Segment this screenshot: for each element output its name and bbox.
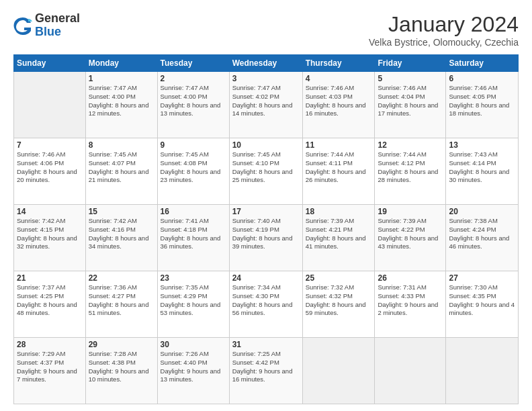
day-number: 29: [89, 340, 154, 349]
calendar-cell: 19Sunrise: 7:39 AM Sunset: 4:22 PM Dayli…: [375, 205, 446, 271]
calendar-cell: 20Sunrise: 7:38 AM Sunset: 4:24 PM Dayli…: [446, 205, 519, 271]
day-number: 27: [449, 273, 515, 283]
day-info: Sunrise: 7:28 AM Sunset: 4:38 PM Dayligh…: [89, 350, 154, 384]
day-info: Sunrise: 7:36 AM Sunset: 4:27 PM Dayligh…: [89, 283, 154, 318]
page: General Blue January 2024 Velka Bystrice…: [0, 0, 532, 411]
calendar-cell: 18Sunrise: 7:39 AM Sunset: 4:21 PM Dayli…: [302, 205, 375, 271]
day-info: Sunrise: 7:46 AM Sunset: 4:06 PM Dayligh…: [17, 150, 83, 185]
day-info: Sunrise: 7:32 AM Sunset: 4:32 PM Dayligh…: [306, 283, 372, 318]
day-info: Sunrise: 7:44 AM Sunset: 4:12 PM Dayligh…: [378, 150, 443, 185]
logo-icon: [13, 16, 32, 35]
calendar-cell: 13Sunrise: 7:43 AM Sunset: 4:14 PM Dayli…: [446, 138, 519, 205]
day-info: Sunrise: 7:47 AM Sunset: 4:00 PM Dayligh…: [161, 84, 226, 118]
day-number: 17: [232, 207, 300, 216]
day-info: Sunrise: 7:47 AM Sunset: 4:00 PM Dayligh…: [89, 84, 154, 118]
day-info: Sunrise: 7:25 AM Sunset: 4:42 PM Dayligh…: [232, 350, 300, 384]
week-row-2: 7Sunrise: 7:46 AM Sunset: 4:06 PM Daylig…: [14, 138, 519, 205]
calendar-cell: [14, 72, 86, 138]
calendar-cell: 5Sunrise: 7:46 AM Sunset: 4:04 PM Daylig…: [375, 72, 446, 138]
calendar-cell: 25Sunrise: 7:32 AM Sunset: 4:32 PM Dayli…: [302, 271, 375, 338]
weekday-header-sunday: Sunday: [14, 55, 86, 72]
calendar-cell: 7Sunrise: 7:46 AM Sunset: 4:06 PM Daylig…: [14, 138, 86, 205]
calendar-cell: 8Sunrise: 7:45 AM Sunset: 4:07 PM Daylig…: [85, 138, 157, 205]
day-info: Sunrise: 7:31 AM Sunset: 4:33 PM Dayligh…: [378, 283, 443, 318]
day-number: 7: [17, 140, 83, 150]
title-area: January 2024 Velka Bystrice, Olomoucky, …: [369, 12, 519, 48]
calendar-cell: 27Sunrise: 7:30 AM Sunset: 4:35 PM Dayli…: [446, 271, 519, 338]
day-info: Sunrise: 7:46 AM Sunset: 4:05 PM Dayligh…: [449, 84, 515, 118]
calendar-cell: 15Sunrise: 7:42 AM Sunset: 4:16 PM Dayli…: [85, 205, 157, 271]
logo-text: General Blue: [35, 12, 80, 39]
day-number: 16: [161, 207, 226, 216]
day-info: Sunrise: 7:44 AM Sunset: 4:11 PM Dayligh…: [306, 150, 372, 185]
week-row-5: 28Sunrise: 7:29 AM Sunset: 4:37 PM Dayli…: [14, 338, 519, 404]
calendar-cell: [302, 338, 375, 404]
day-number: 23: [161, 273, 226, 283]
day-number: 25: [306, 273, 372, 283]
calendar-cell: 21Sunrise: 7:37 AM Sunset: 4:25 PM Dayli…: [14, 271, 86, 338]
day-info: Sunrise: 7:26 AM Sunset: 4:40 PM Dayligh…: [161, 350, 226, 384]
day-info: Sunrise: 7:39 AM Sunset: 4:21 PM Dayligh…: [306, 217, 372, 251]
day-number: 18: [306, 207, 372, 216]
day-number: 6: [449, 74, 515, 83]
logo-blue: Blue: [35, 26, 80, 39]
day-info: Sunrise: 7:47 AM Sunset: 4:02 PM Dayligh…: [232, 84, 300, 118]
day-number: 11: [306, 140, 372, 150]
calendar-cell: 14Sunrise: 7:42 AM Sunset: 4:15 PM Dayli…: [14, 205, 86, 271]
calendar-cell: [446, 338, 519, 404]
calendar-cell: 12Sunrise: 7:44 AM Sunset: 4:12 PM Dayli…: [375, 138, 446, 205]
week-row-3: 14Sunrise: 7:42 AM Sunset: 4:15 PM Dayli…: [14, 205, 519, 271]
week-row-4: 21Sunrise: 7:37 AM Sunset: 4:25 PM Dayli…: [14, 271, 519, 338]
calendar-cell: 9Sunrise: 7:45 AM Sunset: 4:08 PM Daylig…: [157, 138, 229, 205]
day-number: 31: [232, 340, 300, 349]
day-info: Sunrise: 7:34 AM Sunset: 4:30 PM Dayligh…: [232, 283, 300, 318]
day-info: Sunrise: 7:45 AM Sunset: 4:07 PM Dayligh…: [89, 150, 154, 185]
day-info: Sunrise: 7:29 AM Sunset: 4:37 PM Dayligh…: [17, 350, 83, 384]
calendar-cell: 6Sunrise: 7:46 AM Sunset: 4:05 PM Daylig…: [446, 72, 519, 138]
weekday-header-tuesday: Tuesday: [157, 55, 229, 72]
calendar-cell: 10Sunrise: 7:45 AM Sunset: 4:10 PM Dayli…: [229, 138, 302, 205]
day-info: Sunrise: 7:45 AM Sunset: 4:10 PM Dayligh…: [232, 150, 300, 185]
calendar-cell: 2Sunrise: 7:47 AM Sunset: 4:00 PM Daylig…: [157, 72, 229, 138]
day-info: Sunrise: 7:39 AM Sunset: 4:22 PM Dayligh…: [378, 217, 443, 251]
day-info: Sunrise: 7:42 AM Sunset: 4:15 PM Dayligh…: [17, 217, 83, 251]
calendar-cell: 17Sunrise: 7:40 AM Sunset: 4:19 PM Dayli…: [229, 205, 302, 271]
weekday-header-monday: Monday: [85, 55, 157, 72]
calendar-cell: 30Sunrise: 7:26 AM Sunset: 4:40 PM Dayli…: [157, 338, 229, 404]
day-info: Sunrise: 7:46 AM Sunset: 4:03 PM Dayligh…: [306, 84, 372, 118]
day-info: Sunrise: 7:42 AM Sunset: 4:16 PM Dayligh…: [89, 217, 154, 251]
calendar-cell: 4Sunrise: 7:46 AM Sunset: 4:03 PM Daylig…: [302, 72, 375, 138]
weekday-header-thursday: Thursday: [302, 55, 375, 72]
day-number: 26: [378, 273, 443, 283]
day-number: 28: [17, 340, 83, 349]
calendar-cell: 23Sunrise: 7:35 AM Sunset: 4:29 PM Dayli…: [157, 271, 229, 338]
month-title: January 2024: [369, 12, 519, 37]
location-subtitle: Velka Bystrice, Olomoucky, Czechia: [369, 37, 519, 48]
day-number: 30: [161, 340, 226, 349]
day-number: 15: [89, 207, 154, 216]
calendar-cell: 26Sunrise: 7:31 AM Sunset: 4:33 PM Dayli…: [375, 271, 446, 338]
calendar-cell: 29Sunrise: 7:28 AM Sunset: 4:38 PM Dayli…: [85, 338, 157, 404]
calendar-cell: [375, 338, 446, 404]
day-number: 22: [89, 273, 154, 283]
day-number: 1: [89, 74, 154, 83]
logo-general: General: [35, 12, 80, 26]
day-number: 5: [378, 74, 443, 83]
day-number: 9: [161, 140, 226, 150]
weekday-header-wednesday: Wednesday: [229, 55, 302, 72]
day-number: 10: [232, 140, 300, 150]
day-number: 14: [17, 207, 83, 216]
day-info: Sunrise: 7:45 AM Sunset: 4:08 PM Dayligh…: [161, 150, 226, 185]
day-number: 19: [378, 207, 443, 216]
calendar-table: SundayMondayTuesdayWednesdayThursdayFrid…: [13, 54, 519, 404]
calendar-cell: 3Sunrise: 7:47 AM Sunset: 4:02 PM Daylig…: [229, 72, 302, 138]
day-info: Sunrise: 7:46 AM Sunset: 4:04 PM Dayligh…: [378, 84, 443, 118]
weekday-header-friday: Friday: [375, 55, 446, 72]
day-info: Sunrise: 7:43 AM Sunset: 4:14 PM Dayligh…: [449, 150, 515, 185]
day-info: Sunrise: 7:38 AM Sunset: 4:24 PM Dayligh…: [449, 217, 515, 251]
weekday-header-saturday: Saturday: [446, 55, 519, 72]
day-number: 20: [449, 207, 515, 216]
calendar-cell: 28Sunrise: 7:29 AM Sunset: 4:37 PM Dayli…: [14, 338, 86, 404]
day-number: 2: [161, 74, 226, 83]
header: General Blue January 2024 Velka Bystrice…: [13, 12, 519, 48]
